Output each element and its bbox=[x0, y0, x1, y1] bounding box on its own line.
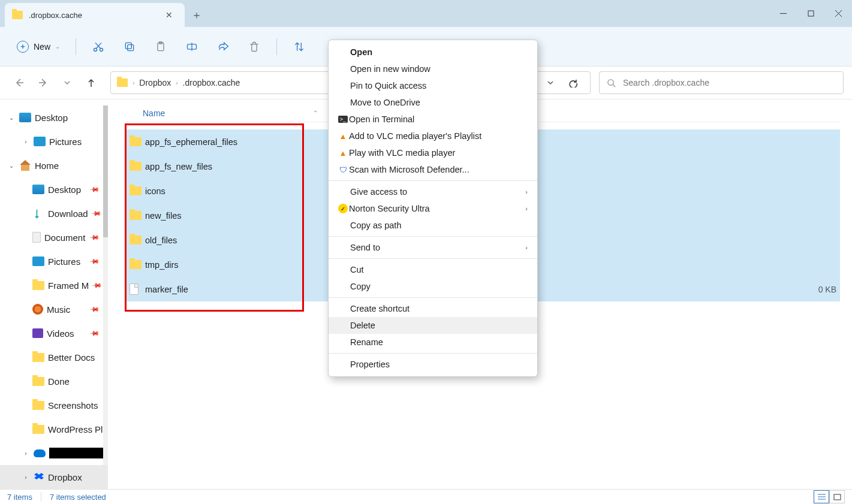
ctx-norton[interactable]: ✓Norton Security Ultra› bbox=[329, 200, 537, 217]
breadcrumb-seg[interactable]: Dropbox bbox=[139, 78, 171, 87]
sidebar-item-wordpress[interactable]: WordPress Pl bbox=[0, 417, 108, 441]
ctx-cut[interactable]: Cut bbox=[329, 261, 537, 278]
sidebar-item-onedrive[interactable]: › bbox=[0, 441, 108, 465]
search-box[interactable] bbox=[599, 71, 844, 94]
ctx-open[interactable]: Open bbox=[329, 44, 537, 61]
paste-button[interactable] bbox=[148, 35, 173, 59]
ctx-give-access[interactable]: Give access to› bbox=[329, 183, 537, 200]
sidebar-item-dropbox[interactable]: ›Dropbox bbox=[0, 465, 108, 489]
ctx-copy-path[interactable]: Copy as path bbox=[329, 217, 537, 234]
add-tab-button[interactable]: ＋ bbox=[185, 3, 209, 27]
sidebar-scrollbar[interactable] bbox=[103, 105, 108, 465]
details-view-button[interactable] bbox=[814, 490, 829, 503]
new-label: New bbox=[34, 42, 50, 52]
ctx-vlc-add[interactable]: ▲Add to VLC media player's Playlist bbox=[329, 128, 537, 144]
ctx-open-new-window[interactable]: Open in new window bbox=[329, 61, 537, 77]
separator bbox=[329, 258, 537, 259]
chevron-right-icon: › bbox=[525, 205, 528, 212]
close-button[interactable] bbox=[824, 0, 852, 27]
chevron-down-icon: ⌄ bbox=[7, 113, 16, 122]
share-button[interactable] bbox=[210, 35, 236, 59]
sidebar-label: Pictures bbox=[48, 256, 80, 267]
chevron-right-icon: › bbox=[22, 473, 30, 481]
vlc-icon: ▲ bbox=[336, 147, 350, 159]
ctx-create-shortcut[interactable]: Create shortcut bbox=[329, 300, 537, 317]
column-header-name[interactable]: Name⌃ bbox=[126, 108, 330, 118]
tab-title: .dropbox.cache bbox=[29, 11, 161, 20]
desktop-icon bbox=[32, 185, 44, 194]
download-icon: ⭣ bbox=[32, 209, 44, 218]
breadcrumb-seg[interactable]: .dropbox.cache bbox=[183, 78, 240, 87]
sort-button[interactable] bbox=[287, 35, 312, 59]
maximize-button[interactable] bbox=[797, 0, 824, 27]
copy-button[interactable] bbox=[117, 35, 142, 59]
window-tab[interactable]: .dropbox.cache ✕ bbox=[5, 3, 185, 27]
svg-rect-1 bbox=[808, 11, 814, 16]
tab-close-button[interactable]: ✕ bbox=[161, 7, 177, 23]
sidebar-item-downloads[interactable]: ⭣Download📌 bbox=[0, 201, 108, 225]
col-label: Name bbox=[143, 108, 165, 118]
cut-button[interactable] bbox=[86, 35, 111, 59]
ctx-pin-quick-access[interactable]: Pin to Quick access bbox=[329, 77, 537, 94]
svg-rect-9 bbox=[125, 43, 131, 49]
pin-icon: 📌 bbox=[88, 303, 100, 315]
chevron-right-icon: › bbox=[525, 244, 528, 251]
sidebar-item-documents[interactable]: Document📌 bbox=[0, 225, 108, 249]
up-button[interactable] bbox=[80, 72, 102, 93]
search-input[interactable] bbox=[623, 78, 836, 87]
ctx-properties[interactable]: Properties bbox=[329, 356, 537, 373]
chevron-right-icon: › bbox=[133, 80, 134, 86]
folder-icon bbox=[32, 353, 44, 362]
chevron-down-icon: ⌄ bbox=[55, 43, 60, 50]
recent-button[interactable] bbox=[56, 72, 78, 93]
sidebar-item-videos[interactable]: Videos📌 bbox=[0, 321, 108, 345]
svg-point-17 bbox=[608, 79, 613, 84]
rename-button[interactable] bbox=[179, 35, 204, 59]
ctx-vlc-play[interactable]: ▲Play with VLC media player bbox=[329, 144, 537, 161]
refresh-button[interactable] bbox=[562, 72, 584, 93]
separator bbox=[329, 297, 537, 298]
svg-rect-8 bbox=[128, 44, 134, 50]
back-button[interactable] bbox=[8, 72, 30, 93]
folder-icon bbox=[130, 137, 142, 146]
sidebar-item-framed[interactable]: Framed M📌 bbox=[0, 273, 108, 297]
ctx-rename[interactable]: Rename bbox=[329, 334, 537, 351]
ctx-move-onedrive[interactable]: Move to OneDrive bbox=[329, 94, 537, 111]
status-selected-count: 7 items selected bbox=[50, 493, 106, 502]
sidebar-label: Desktop bbox=[35, 113, 68, 123]
pin-icon: 📌 bbox=[88, 183, 100, 195]
minimize-button[interactable] bbox=[769, 0, 797, 27]
new-button[interactable]: + New ⌄ bbox=[11, 37, 66, 56]
ctx-copy[interactable]: Copy bbox=[329, 278, 537, 295]
ctx-send-to[interactable]: Send to› bbox=[329, 239, 537, 256]
folder-icon bbox=[32, 281, 44, 290]
ctx-open-terminal[interactable]: >_Open in Terminal bbox=[329, 111, 537, 128]
title-bar: .dropbox.cache ✕ ＋ bbox=[0, 0, 852, 27]
sort-up-icon: ⌃ bbox=[313, 110, 318, 116]
dropbox-icon bbox=[34, 472, 44, 482]
svg-line-6 bbox=[97, 43, 101, 48]
folder-icon bbox=[130, 236, 142, 245]
sidebar-item-home[interactable]: ⌄Home bbox=[0, 153, 108, 177]
sidebar-item-pictures[interactable]: ›Pictures bbox=[0, 129, 108, 153]
sidebar-item-music[interactable]: Music📌 bbox=[0, 297, 108, 321]
delete-button[interactable] bbox=[242, 35, 267, 59]
scroll-thumb[interactable] bbox=[103, 105, 108, 237]
status-item-count: 7 items bbox=[7, 493, 32, 502]
sidebar-item-betterdocs[interactable]: Better Docs bbox=[0, 345, 108, 369]
ctx-delete[interactable]: Delete bbox=[329, 317, 537, 334]
sidebar-label: Videos bbox=[47, 328, 74, 339]
chevron-right-icon: › bbox=[22, 449, 30, 457]
sidebar-item-home-desktop[interactable]: Desktop📌 bbox=[0, 177, 108, 201]
chevron-right-icon: › bbox=[176, 80, 177, 86]
ctx-defender-scan[interactable]: 🛡Scan with Microsoft Defender... bbox=[329, 161, 537, 178]
address-dropdown-button[interactable] bbox=[540, 72, 561, 93]
sidebar-item-desktop[interactable]: ⌄Desktop bbox=[0, 105, 108, 129]
search-icon bbox=[607, 79, 616, 87]
sidebar-item-home-pictures[interactable]: Pictures📌 bbox=[0, 249, 108, 273]
forward-button[interactable] bbox=[32, 72, 54, 93]
folder-icon bbox=[130, 260, 142, 269]
thumbnails-view-button[interactable] bbox=[829, 490, 845, 503]
sidebar-item-done[interactable]: Done bbox=[0, 369, 108, 393]
sidebar-item-screenshots[interactable]: Screenshots bbox=[0, 393, 108, 417]
